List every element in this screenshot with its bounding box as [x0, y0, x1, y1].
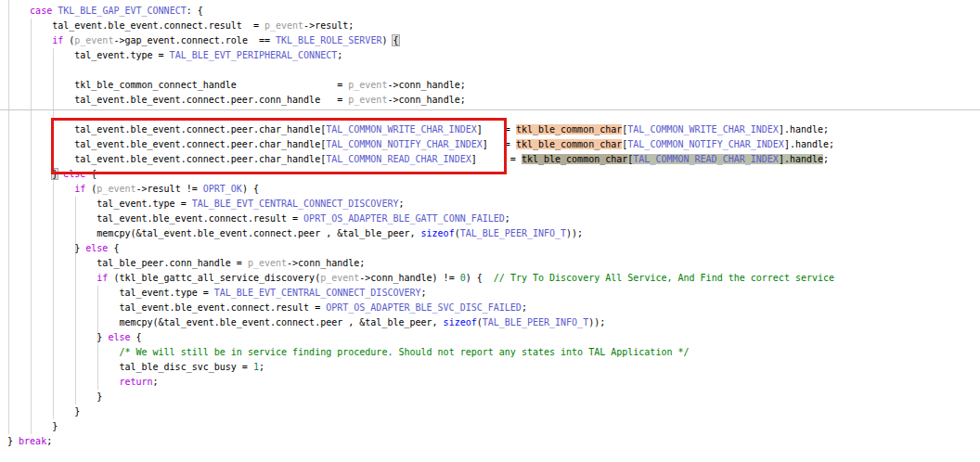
code-line[interactable]: tal_ble_disc_svc_busy = 1;: [7, 360, 980, 375]
code-line[interactable]: return;: [7, 375, 980, 390]
code-token: tal_ble_peer.conn_handle =: [7, 258, 248, 268]
code-line[interactable]: [7, 108, 980, 122]
code-line[interactable]: }: [7, 419, 980, 434]
code-token: ;: [398, 199, 404, 209]
code-line[interactable]: memcpy(&tal_event.ble_event.connect.peer…: [7, 226, 980, 241]
code-token: tal_ble_disc_svc_busy =: [7, 362, 253, 372]
code-line[interactable]: tal_event.ble_event.connect.peer.char_ha…: [7, 122, 980, 137]
code-token: tkl_ble_common_char: [516, 124, 622, 135]
code-token: tal_event.type =: [7, 288, 214, 298]
code-line[interactable]: tal_ble_peer.conn_handle = p_event->conn…: [7, 256, 980, 271]
code-token: TAL_COMMON_NOTIFY_CHAR_INDEX: [627, 139, 784, 149]
code-area[interactable]: case TKL_BLE_GAP_EVT_CONNECT: { tal_even…: [0, 4, 980, 449]
code-token: p_event: [97, 184, 135, 194]
code-token: ;: [46, 436, 52, 446]
code-token: [7, 377, 119, 387]
code-token: tkl_ble_common_char: [516, 139, 622, 149]
code-token: }: [7, 436, 19, 446]
code-token: sizeof: [421, 228, 455, 238]
code-line[interactable]: /* We will still be in service finding p…: [7, 345, 980, 360]
code-token: TAL_BLE_EVT_CENTRAL_CONNECT_DISCOVERY: [214, 288, 421, 298]
code-token: }: [7, 243, 85, 253]
code-token: else: [63, 169, 85, 179]
code-token: else: [108, 332, 130, 342]
code-line[interactable]: tal_event.type = TAL_BLE_EVT_CENTRAL_CON…: [7, 197, 980, 212]
code-token: tal_event.ble_event.connect.result =: [7, 302, 326, 313]
code-token: {: [130, 332, 141, 342]
code-line[interactable]: tal_event.type = TAL_BLE_EVT_PERIPHERAL_…: [7, 48, 980, 63]
code-token: ].handle;: [784, 139, 834, 149]
code-token: case: [30, 6, 52, 16]
code-token: // Try To Discovery All Service, And Fin…: [494, 273, 834, 283]
code-token: ->result;: [303, 20, 354, 31]
code-token: return: [119, 377, 152, 387]
code-token: ));: [566, 228, 583, 238]
code-line[interactable]: tal_event.ble_event.connect.peer.char_ha…: [7, 152, 980, 167]
code-line[interactable]: if (p_event->gap_event.connect.role == T…: [7, 33, 980, 48]
code-token: tal_event.ble_event.connect.result =: [7, 20, 264, 31]
code-token: [7, 35, 52, 45]
code-line[interactable]: }: [7, 404, 980, 419]
code-line[interactable]: case TKL_BLE_GAP_EVT_CONNECT: {: [7, 4, 980, 19]
code-token: OPRT_OS_ADAPTER_BLE_GATT_CONN_FAILED: [303, 213, 505, 224]
code-line[interactable]: } break;: [7, 434, 980, 449]
code-line[interactable]: tal_event.ble_event.connect.peer.char_ha…: [7, 137, 980, 152]
code-token: ->gap_event.connect.role ==: [113, 35, 276, 45]
code-token: ;: [823, 154, 829, 164]
code-token: TAL_COMMON_WRITE_CHAR_INDEX: [627, 124, 779, 135]
code-line[interactable]: tal_event.ble_event.connect.peer.conn_ha…: [7, 93, 980, 108]
code-line[interactable]: if (tkl_ble_gattc_all_service_discovery(…: [7, 271, 980, 286]
code-line[interactable]: [7, 63, 980, 78]
code-line[interactable]: tal_event.ble_event.connect.result = OPR…: [7, 212, 980, 226]
code-token: p_event: [348, 80, 387, 90]
code-token: ] =: [471, 154, 522, 164]
code-token: ->conn_handle;: [287, 258, 365, 268]
code-token: p_event: [248, 258, 287, 268]
code-token: [7, 184, 74, 194]
code-token: tkl_ble_common_char: [522, 154, 627, 164]
code-token: ->conn_handle;: [387, 95, 465, 105]
code-token: TAL_BLE_EVT_PERIPHERAL_CONNECT: [170, 50, 338, 60]
code-token: {: [393, 35, 398, 45]
code-token: }: [7, 406, 80, 417]
code-line[interactable]: } else {: [7, 241, 980, 256]
code-token: ;: [505, 213, 510, 224]
code-token: sizeof: [444, 317, 477, 327]
code-token: TAL_COMMON_NOTIFY_CHAR_INDEX: [326, 139, 483, 149]
code-token: ;: [337, 50, 342, 60]
code-line[interactable]: tal_event.ble_event.connect.result = OPR…: [7, 301, 980, 315]
code-token: }: [7, 332, 108, 342]
code-token: : {: [187, 6, 203, 16]
code-token: p_event: [74, 35, 113, 45]
code-token: tal_event.ble_event.connect.peer.char_ha…: [7, 124, 326, 135]
code-token: ].handle: [779, 154, 823, 164]
code-token: tal_event.ble_event.connect.peer.conn_ha…: [7, 95, 348, 105]
code-editor: case TKL_BLE_GAP_EVT_CONNECT: { tal_even…: [0, 0, 980, 462]
code-line[interactable]: } else {: [7, 330, 980, 345]
code-token: ) {: [466, 273, 494, 283]
code-token: (: [85, 184, 97, 194]
code-token: TKL_BLE_ROLE_SERVER: [276, 35, 381, 45]
code-line[interactable]: tal_event.type = TAL_BLE_EVT_CENTRAL_CON…: [7, 286, 980, 301]
code-token: tkl_ble_common_connect_handle =: [7, 80, 348, 90]
code-token: ->conn_handle;: [387, 80, 465, 90]
code-line[interactable]: }: [7, 390, 980, 404]
code-token: OPRT_OS_ADAPTER_BLE_SVC_DISC_FAILED: [326, 302, 522, 313]
code-line[interactable]: tal_event.ble_event.connect.result = p_e…: [7, 19, 980, 33]
code-token: ;: [421, 288, 427, 298]
code-token: }: [7, 391, 102, 402]
code-token: break: [19, 436, 46, 446]
code-line[interactable]: if (p_event->result != OPRT_OK) {: [7, 182, 980, 197]
code-line[interactable]: tkl_ble_common_connect_handle = p_event-…: [7, 78, 980, 93]
code-line[interactable]: memcpy(&tal_event.ble_event.connect.peer…: [7, 315, 980, 330]
code-token: ].handle;: [779, 124, 829, 135]
code-token: else: [85, 243, 108, 253]
code-token: tal_event.ble_event.connect.peer.char_ha…: [7, 154, 326, 164]
code-token: /* We will still be in service finding p…: [119, 347, 689, 357]
code-token: ) {: [242, 184, 259, 194]
code-token: {: [108, 243, 119, 253]
code-token: tal_event.ble_event.connect.result =: [7, 213, 303, 224]
code-token: TAL_BLE_PEER_INFO_T: [483, 317, 588, 327]
code-token: p_event: [264, 20, 303, 31]
code-line[interactable]: } else {: [7, 167, 980, 182]
